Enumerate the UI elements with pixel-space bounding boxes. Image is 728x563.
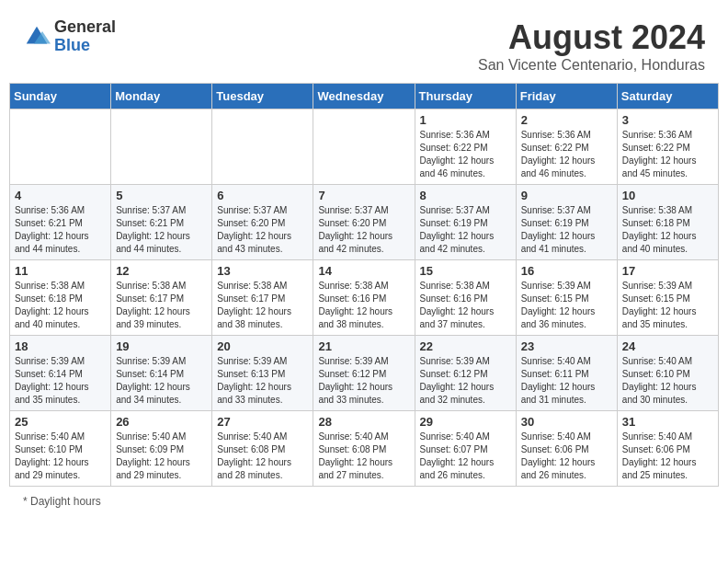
day-number: 28 xyxy=(318,415,409,429)
day-info: Sunrise: 5:40 AMSunset: 6:06 PMDaylight:… xyxy=(622,431,713,482)
day-number: 1 xyxy=(420,113,511,127)
day-info: Sunrise: 5:39 AMSunset: 6:15 PMDaylight:… xyxy=(622,280,713,331)
logo-icon xyxy=(23,23,51,51)
calendar-cell: 22Sunrise: 5:39 AMSunset: 6:12 PMDayligh… xyxy=(415,336,516,411)
day-number: 17 xyxy=(622,264,713,278)
calendar-cell: 21Sunrise: 5:39 AMSunset: 6:12 PMDayligh… xyxy=(313,336,415,411)
day-info: Sunrise: 5:39 AMSunset: 6:14 PMDaylight:… xyxy=(15,355,106,407)
page-header: General Blue August 2024 San Vicente Cen… xyxy=(9,9,719,78)
logo: General Blue xyxy=(23,18,116,55)
location-title: San Vicente Centenario, Honduras xyxy=(478,57,705,74)
calendar-cell: 26Sunrise: 5:40 AMSunset: 6:09 PMDayligh… xyxy=(111,411,212,487)
calendar-cell: 27Sunrise: 5:40 AMSunset: 6:08 PMDayligh… xyxy=(212,411,313,487)
calendar-cell xyxy=(10,109,111,185)
day-info: Sunrise: 5:38 AMSunset: 6:17 PMDaylight:… xyxy=(116,280,207,331)
calendar-cell: 15Sunrise: 5:38 AMSunset: 6:16 PMDayligh… xyxy=(415,260,516,336)
calendar-week-row: 1Sunrise: 5:36 AMSunset: 6:22 PMDaylight… xyxy=(10,109,719,185)
calendar-cell: 19Sunrise: 5:39 AMSunset: 6:14 PMDayligh… xyxy=(111,336,212,411)
calendar-cell: 20Sunrise: 5:39 AMSunset: 6:13 PMDayligh… xyxy=(212,336,313,411)
day-number: 23 xyxy=(521,339,612,353)
day-number: 25 xyxy=(15,415,106,429)
calendar-cell: 7Sunrise: 5:37 AMSunset: 6:20 PMDaylight… xyxy=(313,185,415,260)
day-info: Sunrise: 5:40 AMSunset: 6:07 PMDaylight:… xyxy=(420,431,511,482)
day-info: Sunrise: 5:40 AMSunset: 6:08 PMDaylight:… xyxy=(318,431,409,482)
day-number: 12 xyxy=(116,264,207,278)
day-number: 16 xyxy=(521,264,612,278)
calendar-week-row: 18Sunrise: 5:39 AMSunset: 6:14 PMDayligh… xyxy=(10,336,719,411)
day-number: 27 xyxy=(217,415,308,429)
calendar-cell: 24Sunrise: 5:40 AMSunset: 6:10 PMDayligh… xyxy=(617,336,718,411)
calendar-week-row: 4Sunrise: 5:36 AMSunset: 6:21 PMDaylight… xyxy=(10,185,719,260)
calendar-cell: 3Sunrise: 5:36 AMSunset: 6:22 PMDaylight… xyxy=(617,109,718,185)
calendar-cell: 18Sunrise: 5:39 AMSunset: 6:14 PMDayligh… xyxy=(10,336,111,411)
calendar-cell: 1Sunrise: 5:36 AMSunset: 6:22 PMDaylight… xyxy=(415,109,516,185)
day-number: 19 xyxy=(116,339,207,353)
calendar-header-row: SundayMondayTuesdayWednesdayThursdayFrid… xyxy=(10,84,719,109)
day-number: 29 xyxy=(420,415,511,429)
calendar-cell xyxy=(212,109,313,185)
day-info: Sunrise: 5:37 AMSunset: 6:21 PMDaylight:… xyxy=(116,204,207,256)
calendar-cell: 6Sunrise: 5:37 AMSunset: 6:20 PMDaylight… xyxy=(212,185,313,260)
footer-text: Daylight hours xyxy=(30,495,101,508)
day-number: 30 xyxy=(521,415,612,429)
day-number: 10 xyxy=(622,189,713,202)
day-info: Sunrise: 5:38 AMSunset: 6:18 PMDaylight:… xyxy=(15,280,106,331)
calendar-table: SundayMondayTuesdayWednesdayThursdayFrid… xyxy=(9,83,719,487)
day-info: Sunrise: 5:37 AMSunset: 6:19 PMDaylight:… xyxy=(521,204,612,256)
calendar-cell xyxy=(313,109,415,185)
calendar-cell: 4Sunrise: 5:36 AMSunset: 6:21 PMDaylight… xyxy=(10,185,111,260)
day-info: Sunrise: 5:36 AMSunset: 6:22 PMDaylight:… xyxy=(521,129,612,180)
month-title: August 2024 xyxy=(478,18,705,57)
calendar-cell: 12Sunrise: 5:38 AMSunset: 6:17 PMDayligh… xyxy=(111,260,212,336)
calendar-cell: 29Sunrise: 5:40 AMSunset: 6:07 PMDayligh… xyxy=(415,411,516,487)
day-number: 2 xyxy=(521,113,612,127)
day-number: 24 xyxy=(622,339,713,353)
day-info: Sunrise: 5:37 AMSunset: 6:20 PMDaylight:… xyxy=(217,204,308,256)
day-number: 3 xyxy=(622,113,713,127)
day-info: Sunrise: 5:37 AMSunset: 6:19 PMDaylight:… xyxy=(420,204,511,256)
day-number: 13 xyxy=(217,264,308,278)
day-info: Sunrise: 5:36 AMSunset: 6:22 PMDaylight:… xyxy=(420,129,511,180)
day-number: 14 xyxy=(318,264,409,278)
day-number: 26 xyxy=(116,415,207,429)
day-number: 20 xyxy=(217,339,308,353)
calendar-header-sunday: Sunday xyxy=(10,84,111,109)
day-info: Sunrise: 5:40 AMSunset: 6:10 PMDaylight:… xyxy=(15,431,106,482)
day-info: Sunrise: 5:37 AMSunset: 6:20 PMDaylight:… xyxy=(318,204,409,256)
calendar-cell: 28Sunrise: 5:40 AMSunset: 6:08 PMDayligh… xyxy=(313,411,415,487)
day-number: 11 xyxy=(15,264,106,278)
day-info: Sunrise: 5:36 AMSunset: 6:21 PMDaylight:… xyxy=(15,204,106,256)
title-area: August 2024 San Vicente Centenario, Hond… xyxy=(478,18,705,74)
calendar-cell: 31Sunrise: 5:40 AMSunset: 6:06 PMDayligh… xyxy=(617,411,718,487)
calendar-cell xyxy=(111,109,212,185)
day-info: Sunrise: 5:40 AMSunset: 6:11 PMDaylight:… xyxy=(521,355,612,407)
day-number: 21 xyxy=(318,339,409,353)
calendar-header-tuesday: Tuesday xyxy=(212,84,313,109)
calendar-cell: 2Sunrise: 5:36 AMSunset: 6:22 PMDaylight… xyxy=(516,109,617,185)
calendar-cell: 10Sunrise: 5:38 AMSunset: 6:18 PMDayligh… xyxy=(617,185,718,260)
day-number: 4 xyxy=(15,189,106,202)
day-info: Sunrise: 5:38 AMSunset: 6:17 PMDaylight:… xyxy=(217,280,308,331)
footer-note: * Daylight hours xyxy=(9,491,719,511)
calendar-cell: 23Sunrise: 5:40 AMSunset: 6:11 PMDayligh… xyxy=(516,336,617,411)
calendar-week-row: 11Sunrise: 5:38 AMSunset: 6:18 PMDayligh… xyxy=(10,260,719,336)
day-info: Sunrise: 5:40 AMSunset: 6:06 PMDaylight:… xyxy=(521,431,612,482)
calendar-cell: 11Sunrise: 5:38 AMSunset: 6:18 PMDayligh… xyxy=(10,260,111,336)
logo-blue-text: Blue xyxy=(54,37,116,55)
day-info: Sunrise: 5:39 AMSunset: 6:13 PMDaylight:… xyxy=(217,355,308,407)
calendar-cell: 17Sunrise: 5:39 AMSunset: 6:15 PMDayligh… xyxy=(617,260,718,336)
day-number: 7 xyxy=(318,189,409,202)
calendar-header-saturday: Saturday xyxy=(617,84,718,109)
day-number: 8 xyxy=(420,189,511,202)
calendar-week-row: 25Sunrise: 5:40 AMSunset: 6:10 PMDayligh… xyxy=(10,411,719,487)
day-number: 9 xyxy=(521,189,612,202)
day-info: Sunrise: 5:40 AMSunset: 6:08 PMDaylight:… xyxy=(217,431,308,482)
day-info: Sunrise: 5:39 AMSunset: 6:14 PMDaylight:… xyxy=(116,355,207,407)
day-info: Sunrise: 5:39 AMSunset: 6:12 PMDaylight:… xyxy=(420,355,511,407)
calendar-header-thursday: Thursday xyxy=(415,84,516,109)
calendar-cell: 8Sunrise: 5:37 AMSunset: 6:19 PMDaylight… xyxy=(415,185,516,260)
calendar-header-monday: Monday xyxy=(111,84,212,109)
day-info: Sunrise: 5:39 AMSunset: 6:12 PMDaylight:… xyxy=(318,355,409,407)
calendar-cell: 5Sunrise: 5:37 AMSunset: 6:21 PMDaylight… xyxy=(111,185,212,260)
day-number: 22 xyxy=(420,339,511,353)
